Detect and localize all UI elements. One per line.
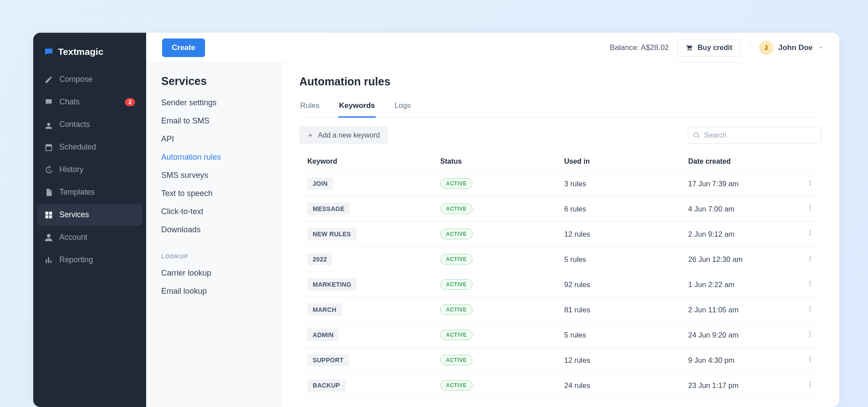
table-row[interactable]: MESSAGEACTIVE6 rules4 Jun 7:00 am	[299, 196, 822, 222]
create-button[interactable]: Create	[162, 38, 205, 57]
app-shell: Create Balance: A$28.02 Buy credit J Joh…	[33, 33, 839, 407]
table-row[interactable]: 2022ACTIVE5 rules26 Jun 12:30 am	[299, 247, 822, 272]
svg-point-0	[810, 180, 811, 181]
service-item[interactable]: Click-to-text	[161, 207, 266, 216]
table-row[interactable]: ADMINACTIVE5 rules24 Jun 9:20 am	[299, 323, 822, 348]
sidebar-item-contacts[interactable]: Contacts	[37, 114, 142, 135]
more-icon[interactable]	[806, 204, 814, 211]
main: Automation rules RulesKeywordsLogs Add a…	[282, 63, 839, 407]
used-in-cell: 24 rules	[556, 373, 680, 398]
buy-credit-button[interactable]: Buy credit	[678, 39, 740, 57]
page-title: Automation rules	[299, 75, 822, 88]
status-badge: ACTIVE	[440, 204, 473, 214]
table-row[interactable]: MARCHACTIVE81 rules2 Jun 11:05 am	[299, 297, 822, 323]
table-row[interactable]: JOINACTIVE3 rules17 Jun 7:39 am	[299, 171, 822, 196]
svg-point-3	[810, 205, 811, 207]
user-name: John Doe	[779, 43, 813, 52]
svg-point-8	[810, 234, 811, 236]
status-badge: ACTIVE	[440, 304, 473, 315]
used-in-cell: 92 rules	[556, 272, 680, 297]
date-cell: 9 Jun 4:30 pm	[680, 348, 798, 373]
status-badge: ACTIVE	[440, 279, 473, 290]
svg-point-20	[810, 335, 811, 337]
service-item[interactable]: SMS surveys	[161, 171, 266, 180]
svg-point-5	[810, 209, 811, 211]
services-icon	[44, 211, 53, 219]
svg-point-11	[810, 260, 811, 261]
lookup-group-label: LOOKUP	[161, 253, 266, 260]
date-cell: 4 Jun 7:00 am	[680, 196, 798, 222]
services-title: Services	[161, 75, 266, 88]
service-item[interactable]: API	[161, 134, 266, 144]
more-icon[interactable]	[806, 230, 814, 237]
more-icon[interactable]	[806, 305, 814, 312]
used-in-cell: 5 rules	[556, 247, 680, 272]
sidebar-item-reporting[interactable]: Reporting	[37, 249, 142, 271]
more-icon[interactable]	[806, 280, 814, 287]
svg-point-14	[810, 285, 811, 286]
sidebar-item-compose[interactable]: Compose	[37, 69, 142, 90]
reporting-icon	[44, 256, 53, 265]
tab-rules[interactable]: Rules	[299, 97, 320, 117]
plus-icon	[307, 132, 314, 138]
svg-point-10	[810, 258, 811, 259]
sidebar-item-history[interactable]: History	[37, 159, 142, 180]
service-item[interactable]: Carrier lookup	[161, 269, 266, 278]
sidebar-item-account[interactable]: Account	[37, 227, 142, 248]
tab-keywords[interactable]: Keywords	[338, 97, 376, 117]
table-row[interactable]: MARKETINGACTIVE92 rules1 Jun 2:22 am	[299, 272, 822, 297]
avatar: J	[759, 41, 773, 55]
service-item[interactable]: Email lookup	[161, 287, 266, 296]
svg-point-26	[810, 386, 811, 387]
more-icon[interactable]	[806, 255, 814, 262]
compose-icon	[44, 75, 53, 84]
table-row[interactable]: NEW RULESACTIVE12 rules2 Jun 9:12 am	[299, 222, 822, 247]
service-item[interactable]: Text to speech	[161, 189, 266, 198]
table-row[interactable]: SUPPORTACTIVE12 rules9 Jun 4:30 pm	[299, 348, 822, 373]
keyword-pill: MARKETING	[307, 278, 356, 291]
svg-point-22	[810, 359, 811, 360]
sidebar-item-services[interactable]: Services	[37, 204, 142, 226]
more-icon[interactable]	[806, 330, 814, 338]
svg-point-21	[810, 357, 811, 358]
service-item[interactable]: Downloads	[161, 225, 266, 234]
date-cell: 24 Jun 9:20 am	[680, 323, 798, 348]
used-in-cell: 5 rules	[556, 323, 680, 348]
service-item[interactable]: Sender settings	[161, 98, 266, 108]
tab-logs[interactable]: Logs	[394, 97, 412, 117]
contacts-icon	[44, 120, 53, 129]
service-item[interactable]: Email to SMS	[161, 116, 266, 126]
status-badge: ACTIVE	[440, 330, 473, 340]
search-icon	[693, 132, 700, 139]
sidebar-item-scheduled[interactable]: Scheduled	[37, 136, 142, 158]
sidebar-item-label: Account	[59, 233, 87, 242]
status-badge: ACTIVE	[440, 178, 473, 189]
more-icon[interactable]	[806, 179, 814, 186]
keyword-pill: SUPPORT	[307, 354, 349, 366]
search-input[interactable]	[688, 127, 822, 144]
column-header: Status	[432, 152, 556, 171]
add-keyword-button[interactable]: Add a new keyword	[299, 127, 388, 144]
more-icon[interactable]	[806, 356, 814, 363]
balance-text: Balance: A$28.02	[610, 43, 669, 52]
more-icon[interactable]	[806, 381, 814, 388]
sidebar-item-chats[interactable]: Chats2	[37, 91, 142, 113]
svg-point-2	[810, 184, 811, 185]
nav: ComposeChats2ContactsScheduledHistoryTem…	[33, 69, 146, 271]
search-wrap	[688, 127, 822, 144]
brand-logo-icon	[44, 47, 54, 57]
status-badge: ACTIVE	[440, 380, 473, 391]
sidebar-item-label: Reporting	[59, 255, 93, 265]
sidebar-item-label: Templates	[59, 188, 95, 197]
sidebar-item-templates[interactable]: Templates	[37, 181, 142, 203]
services-list: Sender settingsEmail to SMSAPIAutomation…	[161, 98, 266, 296]
table-row[interactable]: BACKUPACTIVE24 rules23 Jun 1:17 pm	[299, 373, 822, 398]
user-menu[interactable]: J John Doe	[759, 41, 823, 55]
keyword-pill: MESSAGE	[307, 203, 350, 215]
service-item[interactable]: Automation rules	[161, 153, 266, 162]
keyword-pill: BACKUP	[307, 379, 345, 392]
sidebar: Textmagic ComposeChats2ContactsScheduled…	[33, 33, 146, 407]
svg-point-16	[810, 308, 811, 310]
svg-point-9	[810, 256, 811, 257]
account-icon	[44, 233, 53, 242]
